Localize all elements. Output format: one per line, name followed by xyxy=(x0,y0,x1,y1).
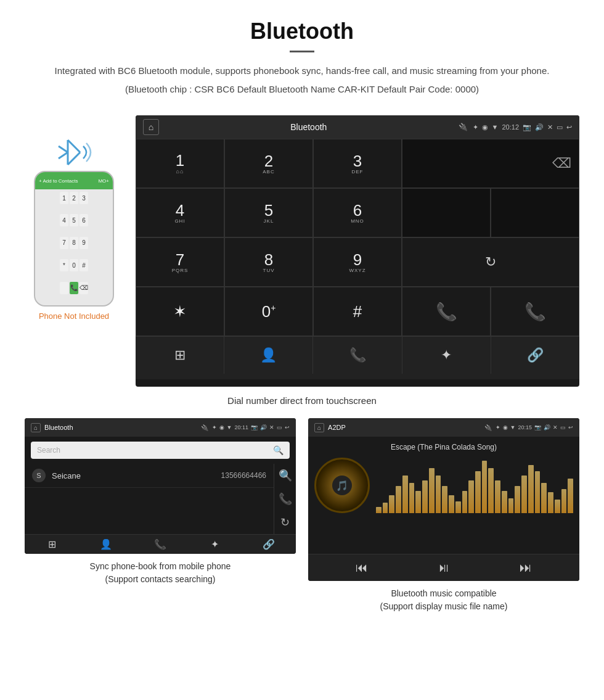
viz-bar xyxy=(561,489,567,513)
phone-key-6: 6 xyxy=(80,214,88,226)
dial-key-hash[interactable]: # xyxy=(313,287,402,336)
dial-key-5[interactable]: 5JKL xyxy=(224,188,313,237)
pb-bt-icon-toolbar[interactable]: ✦ xyxy=(187,538,242,550)
dial-display-2 xyxy=(402,188,491,237)
keypad-tab[interactable]: ⊞ xyxy=(136,337,224,374)
phonebook-bottom-toolbar: ⊞ 👤 📞 ✦ 🔗 xyxy=(25,534,296,554)
pb-time: 20:11 xyxy=(234,424,248,430)
wifi-icon: ▼ xyxy=(492,123,499,131)
phonebook-action-icons: 🔍 📞 ↻ xyxy=(274,464,296,534)
contact-name: Seicane xyxy=(52,471,215,480)
vinyl-center: 🎵 xyxy=(332,476,352,495)
viz-bar xyxy=(429,468,435,513)
bluetooth-status-icon: ✦ xyxy=(473,123,478,131)
dial-key-8[interactable]: 8TUV xyxy=(224,237,313,287)
contacts-tab[interactable]: 👤 xyxy=(224,337,313,374)
search-bar[interactable]: Search 🔍 xyxy=(31,442,290,459)
pb-bt-icon: ✦ xyxy=(212,424,217,430)
call-button[interactable]: 📞 xyxy=(402,287,491,336)
dial-key-4[interactable]: 4GHI xyxy=(136,188,224,237)
dial-screen-title: Bluetooth xyxy=(164,122,454,132)
music-home-icon[interactable]: ⌂ xyxy=(314,423,324,432)
music-caption: Bluetooth music compatible (Support disp… xyxy=(380,587,508,613)
call-action-icon[interactable]: 📞 xyxy=(279,492,292,506)
phone-illustration: + Add to Contacts MO+ 1 2 3 4 5 6 7 8 9 … xyxy=(34,171,114,307)
viz-bar xyxy=(449,495,454,513)
dial-key-6[interactable]: 6MNO xyxy=(313,188,402,237)
pb-link-icon[interactable]: 🔗 xyxy=(242,538,296,550)
next-track-button[interactable]: ⏭ xyxy=(520,561,532,575)
music-usb-icon: 🔌 xyxy=(484,424,492,431)
dial-key-7[interactable]: 7PQRS xyxy=(136,237,224,287)
search-placeholder: Search xyxy=(37,446,273,455)
dial-key-3[interactable]: 3DEF xyxy=(313,139,402,188)
phone-key-4: 4 xyxy=(60,214,68,226)
pb-keypad-icon[interactable]: ⊞ xyxy=(25,538,79,550)
dial-display-3 xyxy=(491,188,579,237)
refresh-action-icon[interactable]: ↻ xyxy=(280,516,290,529)
prev-track-button[interactable]: ⏮ xyxy=(356,561,368,575)
phone-key-star: * xyxy=(60,259,68,271)
phonebook-search-area: Search 🔍 xyxy=(25,437,296,464)
phone-mode: MO+ xyxy=(98,178,109,184)
pb-usb-icon: 🔌 xyxy=(201,424,208,431)
main-section: + Add to Contacts MO+ 1 2 3 4 5 6 7 8 9 … xyxy=(0,103,604,387)
viz-bar xyxy=(528,465,534,513)
viz-bar xyxy=(402,476,408,513)
dial-key-2[interactable]: 2ABC xyxy=(224,139,313,188)
window-icon: ▭ xyxy=(557,123,563,131)
viz-bar xyxy=(508,498,514,513)
music-vol-icon: 🔊 xyxy=(544,424,550,430)
search-action-icon[interactable]: 🔍 xyxy=(279,469,292,482)
viz-bar xyxy=(462,491,468,513)
dial-bottom-toolbar: ⊞ 👤 📞 ✦ 🔗 xyxy=(136,336,579,379)
viz-bar xyxy=(488,468,494,513)
music-bt-icon: ✦ xyxy=(496,424,500,430)
end-call-button[interactable]: 📞 xyxy=(491,287,579,336)
contact-row-seicane[interactable]: S Seicane 13566664466 xyxy=(25,464,274,488)
viz-bar xyxy=(502,491,507,513)
phone-key-9: 9 xyxy=(80,237,88,249)
dial-status-bar: ⌂ Bluetooth 🔌 ✦ ◉ ▼ 20:12 📷 🔊 ✕ ▭ ↩ xyxy=(136,115,579,139)
phone-top-bar: + Add to Contacts MO+ xyxy=(35,172,113,189)
viz-bar xyxy=(521,476,527,513)
close-icon: ✕ xyxy=(547,123,553,131)
viz-bar xyxy=(535,471,541,513)
volume-icon: 🔊 xyxy=(535,123,544,131)
pb-phone-icon[interactable]: 📞 xyxy=(133,538,187,550)
viz-bar xyxy=(422,480,428,513)
vinyl-disc: 🎵 xyxy=(314,458,370,513)
contact-avatar-s: S xyxy=(32,469,46,482)
phone-key-3: 3 xyxy=(80,192,88,204)
viz-bar xyxy=(376,507,382,513)
play-pause-button[interactable]: ⏯ xyxy=(438,561,450,575)
music-caption-line1: Bluetooth music compatible xyxy=(391,588,496,598)
viz-bar xyxy=(396,486,401,513)
dial-key-0[interactable]: 0+ xyxy=(224,287,313,336)
pb-home-icon[interactable]: ⌂ xyxy=(31,423,41,432)
music-status-bar: ⌂ A2DP 🔌 ✦ ◉ ▼ 20:15 📷 🔊 ✕ ▭ ↩ xyxy=(308,418,579,437)
back-icon: ↩ xyxy=(566,123,572,131)
dial-caption: Dial number direct from touchscreen xyxy=(0,387,604,418)
pb-contacts-icon[interactable]: 👤 xyxy=(79,538,133,550)
music-main-area: 🎵 xyxy=(314,458,573,513)
music-x-icon: ✕ xyxy=(553,424,558,430)
phone-key-empty xyxy=(60,282,68,294)
page-description: Integrated with BC6 Bluetooth module, su… xyxy=(37,64,567,78)
bluetooth-tab[interactable]: ✦ xyxy=(402,337,491,374)
music-block: ⌂ A2DP 🔌 ✦ ◉ ▼ 20:15 📷 🔊 ✕ ▭ ↩ Escape (T… xyxy=(308,418,579,613)
music-screen-title: A2DP xyxy=(328,424,481,431)
music-screen: ⌂ A2DP 🔌 ✦ ◉ ▼ 20:15 📷 🔊 ✕ ▭ ↩ Escape (T… xyxy=(308,418,579,581)
link-tab[interactable]: 🔗 xyxy=(491,337,579,374)
dial-key-star[interactable]: ✶ xyxy=(136,287,224,336)
phone-tab[interactable]: 📞 xyxy=(313,337,402,374)
music-wifi-icon: ▼ xyxy=(510,424,516,430)
home-icon[interactable]: ⌂ xyxy=(143,119,159,135)
dial-key-9[interactable]: 9WXYZ xyxy=(313,237,402,287)
music-time: 20:15 xyxy=(518,424,532,430)
dial-key-1[interactable]: 1⌂⌂ xyxy=(136,139,224,188)
phone-key-0: 0 xyxy=(70,259,78,271)
viz-bar xyxy=(442,486,447,513)
car-dial-screen: ⌂ Bluetooth 🔌 ✦ ◉ ▼ 20:12 📷 🔊 ✕ ▭ ↩ 1⌂⌂ xyxy=(136,115,579,387)
refresh-button[interactable]: ↻ xyxy=(402,237,579,287)
